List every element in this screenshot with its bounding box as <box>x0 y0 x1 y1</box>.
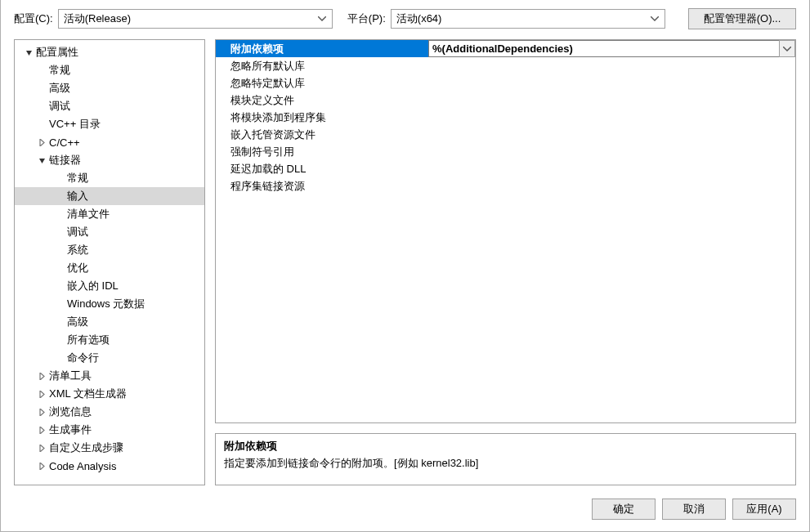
tree-item[interactable]: Windows 元数据 <box>15 295 204 313</box>
config-combo[interactable]: 活动(Release) <box>58 9 333 29</box>
tree-item-label: 高级 <box>67 315 88 329</box>
property-value <box>428 143 795 160</box>
tree-item[interactable]: 高级 <box>15 313 204 331</box>
property-row[interactable]: 忽略特定默认库 <box>216 74 795 92</box>
tree-item[interactable]: 所有选项 <box>15 331 204 349</box>
tree-item[interactable]: 优化 <box>15 259 204 277</box>
property-row[interactable]: 强制符号引用 <box>216 143 795 160</box>
property-label: 忽略特定默认库 <box>216 74 428 92</box>
tree-item-label: 调试 <box>67 225 88 239</box>
tree-item-label: 常规 <box>67 171 88 186</box>
property-label: 忽略所有默认库 <box>216 57 428 74</box>
apply-button[interactable]: 应用(A) <box>732 498 796 520</box>
description-title: 附加依赖项 <box>224 439 787 454</box>
tree-item-label: 所有选项 <box>67 333 110 347</box>
tree-item-label: C/C++ <box>49 136 80 149</box>
tree-item-label: VC++ 目录 <box>49 117 101 132</box>
tree-item[interactable]: 高级 <box>15 79 204 97</box>
tree-arrow-placeholder <box>54 208 65 220</box>
property-row[interactable]: 附加依赖项%(AdditionalDependencies) <box>216 40 795 57</box>
tree-item-label: Code Analysis <box>49 460 116 472</box>
tree-arrow-placeholder <box>54 190 65 202</box>
tree-arrow-placeholder <box>54 316 65 328</box>
property-value <box>428 92 795 109</box>
chevron-down-icon <box>783 47 791 51</box>
property-row[interactable]: 将模块添加到程序集 <box>216 109 795 126</box>
tree-arrow-placeholder <box>54 298 65 310</box>
tree-item[interactable]: 常规 <box>15 169 204 187</box>
tree-arrow-placeholder <box>54 334 65 346</box>
property-pages-dialog: 配置(C): 活动(Release) 平台(P): 活动(x64) 配置管理器(… <box>0 0 810 532</box>
tree-item[interactable]: Code Analysis <box>15 457 204 475</box>
property-label: 将模块添加到程序集 <box>216 109 428 126</box>
ok-button[interactable]: 确定 <box>592 498 656 520</box>
tree-arrow-placeholder <box>54 280 65 292</box>
tree-item[interactable]: 清单工具 <box>15 367 204 385</box>
tree-item[interactable]: 链接器 <box>15 151 204 169</box>
config-manager-button[interactable]: 配置管理器(O)... <box>688 8 796 29</box>
right-side: 附加依赖项%(AdditionalDependencies)忽略所有默认库忽略特… <box>215 39 796 485</box>
property-row[interactable]: 延迟加载的 DLL <box>216 160 795 177</box>
tree-item[interactable]: VC++ 目录 <box>15 115 204 133</box>
property-value <box>428 126 795 143</box>
platform-combo-value: 活动(x64) <box>396 11 442 26</box>
tree-item-label: 浏览信息 <box>49 405 92 419</box>
tree-item[interactable]: 常规 <box>15 61 204 79</box>
property-label: 延迟加载的 DLL <box>216 160 428 177</box>
tree-item[interactable]: 生成事件 <box>15 421 204 439</box>
chevron-right-icon <box>36 388 47 400</box>
property-row[interactable]: 忽略所有默认库 <box>216 57 795 74</box>
tree-item-label: 常规 <box>49 63 70 78</box>
dialog-buttons: 确定 取消 应用(A) <box>1 490 809 531</box>
chevron-right-icon <box>36 370 47 382</box>
chevron-down-icon <box>36 154 47 166</box>
tree-scroll[interactable]: 配置属性常规高级调试VC++ 目录C/C++链接器常规输入清单文件调试系统优化嵌… <box>15 40 204 485</box>
tree-item-label: 调试 <box>49 99 70 114</box>
tree-item-label: 命令行 <box>67 351 99 365</box>
tree-item[interactable]: 嵌入的 IDL <box>15 277 204 295</box>
tree-arrow-placeholder <box>36 118 47 130</box>
tree-item[interactable]: 浏览信息 <box>15 403 204 421</box>
tree-arrow-placeholder <box>36 83 47 94</box>
tree-item-label: 清单文件 <box>67 207 110 221</box>
tree-arrow-placeholder <box>54 226 65 238</box>
tree-item[interactable]: 命令行 <box>15 349 204 367</box>
property-label: 模块定义文件 <box>216 92 428 109</box>
tree-item[interactable]: 清单文件 <box>15 205 204 223</box>
tree-arrow-placeholder <box>54 352 65 364</box>
property-row[interactable]: 模块定义文件 <box>216 92 795 109</box>
property-dropdown-button[interactable] <box>779 40 795 57</box>
property-value <box>428 57 795 74</box>
tree-item[interactable]: 调试 <box>15 97 204 115</box>
property-row[interactable]: 程序集链接资源 <box>216 177 795 194</box>
chevron-right-icon <box>36 424 47 436</box>
tree-item[interactable]: 调试 <box>15 223 204 241</box>
tree-item-label: 自定义生成步骤 <box>49 440 123 455</box>
tree-item[interactable]: 配置属性 <box>15 43 204 61</box>
main-area: 配置属性常规高级调试VC++ 目录C/C++链接器常规输入清单文件调试系统优化嵌… <box>1 34 809 490</box>
tree-item[interactable]: C/C++ <box>15 133 204 151</box>
chevron-down-icon <box>23 47 34 58</box>
config-combo-value: 活动(Release) <box>64 11 131 26</box>
cancel-button[interactable]: 取消 <box>662 498 726 520</box>
tree-item-label: 清单工具 <box>49 369 92 383</box>
tree-item[interactable]: 自定义生成步骤 <box>15 439 204 457</box>
tree-arrow-placeholder <box>36 101 47 112</box>
tree-arrow-placeholder <box>54 244 65 256</box>
property-row[interactable]: 嵌入托管资源文件 <box>216 126 795 143</box>
tree-item[interactable]: XML 文档生成器 <box>15 385 204 403</box>
top-row: 配置(C): 活动(Release) 平台(P): 活动(x64) 配置管理器(… <box>1 0 809 34</box>
property-label: 程序集链接资源 <box>216 177 428 194</box>
property-value[interactable]: %(AdditionalDependencies) <box>428 40 779 57</box>
platform-label: 平台(P): <box>347 11 386 26</box>
tree-item[interactable]: 系统 <box>15 241 204 259</box>
description-body: 指定要添加到链接命令行的附加项。[例如 kernel32.lib] <box>224 456 787 471</box>
property-value <box>428 74 795 92</box>
chevron-down-icon <box>315 12 329 25</box>
property-value <box>428 160 795 177</box>
tree-item[interactable]: 输入 <box>15 187 204 205</box>
tree-item-label: 链接器 <box>49 153 81 168</box>
chevron-right-icon <box>36 406 47 418</box>
tree-item-label: XML 文档生成器 <box>49 387 127 401</box>
platform-combo[interactable]: 活动(x64) <box>391 9 665 29</box>
